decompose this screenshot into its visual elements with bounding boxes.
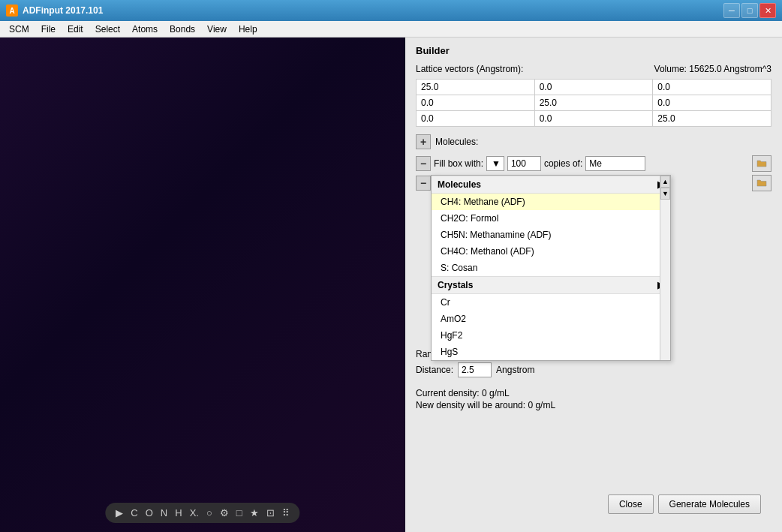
lattice-r1c3[interactable] xyxy=(657,82,766,92)
fill-row-1: − Fill box with: ▼ copies of: xyxy=(416,155,771,172)
lattice-r1c2[interactable] xyxy=(540,82,648,92)
lattice-row-3 xyxy=(417,111,771,127)
distance-row: Distance: Angstrom xyxy=(416,362,771,377)
angstrom-label: Angstrom xyxy=(496,365,534,375)
dropdown-item-hgs[interactable]: HgS xyxy=(432,344,670,360)
current-density-label: Current density: 0 g/mL xyxy=(416,388,771,398)
copies-of-label: copies of: xyxy=(544,158,582,169)
maximize-button[interactable]: □ xyxy=(741,3,758,18)
dropdown-scrollbar[interactable]: ▲ ▼ xyxy=(660,176,670,360)
lattice-r2c3[interactable] xyxy=(657,98,766,108)
folder-button-1[interactable] xyxy=(752,155,771,172)
c-icon[interactable]: C xyxy=(131,507,137,518)
molecule-dropdown: Molecules ▶ CH4: Methane (ADF) CH2O: For… xyxy=(431,175,671,361)
new-density-label: New density will be around: 0 g/mL xyxy=(416,400,771,410)
dropdown-arrow-icon: ▼ xyxy=(492,158,501,169)
menu-scm[interactable]: SCM xyxy=(3,23,35,36)
window-title: ADFinput 2017.101 xyxy=(23,5,103,16)
dropdown-item-cr[interactable]: Cr xyxy=(432,294,670,311)
title-bar-left: A ADFinput 2017.101 xyxy=(6,5,103,17)
copies-input[interactable] xyxy=(507,156,541,171)
menu-file[interactable]: File xyxy=(35,23,62,36)
scrollbar-down-button[interactable]: ▼ xyxy=(660,188,670,200)
menu-view[interactable]: View xyxy=(201,23,233,36)
lattice-r1c1[interactable] xyxy=(421,82,530,92)
lattice-row-2 xyxy=(417,95,771,111)
lattice-r2c2[interactable] xyxy=(540,98,648,108)
menu-bonds[interactable]: Bonds xyxy=(164,23,201,36)
dropdown-item-hgf2[interactable]: HgF2 xyxy=(432,327,670,344)
lattice-r2c1[interactable] xyxy=(421,98,530,108)
menu-help[interactable]: Help xyxy=(233,23,263,36)
crystals-section-label: Crystals xyxy=(438,280,473,290)
density-section: Current density: 0 g/mL New density will… xyxy=(416,388,771,410)
menu-atoms[interactable]: Atoms xyxy=(126,23,164,36)
lattice-row-1 xyxy=(417,80,771,95)
distance-label: Distance: xyxy=(416,365,453,375)
distance-input[interactable] xyxy=(458,362,492,377)
x-icon[interactable]: X. xyxy=(190,507,199,518)
star-icon[interactable]: ★ xyxy=(250,507,259,518)
remove-fill-button[interactable]: − xyxy=(416,156,431,171)
lattice-r3c2[interactable] xyxy=(540,113,648,124)
minimize-button[interactable]: ─ xyxy=(723,3,740,18)
menu-bar: SCM File Edit Select Atoms Bonds View He… xyxy=(0,21,782,38)
dropdown-item-ch5n[interactable]: CH5N: Methanamine (ADF) xyxy=(432,227,670,243)
molecules-section-label: Molecules xyxy=(438,179,481,190)
volume-label: Volume: 15625.0 Angstrom^3 xyxy=(654,64,771,74)
gear-icon[interactable]: ⚙ xyxy=(220,507,229,518)
fill-label: Fill box with: xyxy=(434,158,483,169)
fill-row-2-wrapper: − Fill b Molecules ▶ xyxy=(416,175,771,191)
molecules-row: + Molecules: xyxy=(416,134,771,149)
molecules-label: Molecules: xyxy=(435,137,478,147)
menu-select[interactable]: Select xyxy=(89,23,126,36)
play-icon[interactable]: ▶ xyxy=(116,507,123,518)
menu-edit[interactable]: Edit xyxy=(62,23,89,36)
close-button[interactable]: Close xyxy=(608,494,654,514)
viewport-toolbar: ▶ C O N H X. ○ ⚙ □ ★ ⊡ ⠿ xyxy=(105,503,299,523)
n-icon[interactable]: N xyxy=(161,507,167,518)
dropdown-item-ch4o[interactable]: CH4O: Methanol (ADF) xyxy=(432,243,670,260)
lattice-r3c3[interactable] xyxy=(657,113,766,124)
generate-button[interactable]: Generate Molecules xyxy=(658,494,761,514)
grid-icon[interactable]: ⊡ xyxy=(266,507,275,518)
dots-icon[interactable]: ⠿ xyxy=(282,507,290,518)
scrollbar-up-button[interactable]: ▲ xyxy=(660,176,670,188)
3d-viewport: ▶ C O N H X. ○ ⚙ □ ★ ⊡ ⠿ xyxy=(0,38,405,532)
app-icon: A xyxy=(6,5,18,17)
dropdown-item-ch2o[interactable]: CH2O: Formol xyxy=(432,210,670,227)
lattice-table xyxy=(416,79,771,127)
fill-type-dropdown[interactable]: ▼ xyxy=(486,156,504,171)
window-controls: ─ □ ✕ xyxy=(723,3,776,18)
o-icon[interactable]: O xyxy=(146,507,153,518)
right-panel-inner: Builder Lattice vectors (Angstrom): Volu… xyxy=(416,45,771,524)
molecule-name-input[interactable] xyxy=(585,156,645,171)
title-bar: A ADFinput 2017.101 ─ □ ✕ xyxy=(0,0,782,21)
lattice-r3c1[interactable] xyxy=(421,113,530,124)
lattice-label: Lattice vectors (Angstrom): xyxy=(416,64,523,74)
builder-title: Builder xyxy=(416,45,771,56)
molecules-section-header[interactable]: Molecules ▶ xyxy=(432,176,670,194)
add-molecule-button[interactable]: + xyxy=(416,134,431,149)
crystals-section-header[interactable]: Crystals ▶ xyxy=(432,276,670,294)
square-icon[interactable]: □ xyxy=(236,507,242,518)
bottom-buttons: Close Generate Molecules xyxy=(608,494,761,514)
lattice-section-label: Lattice vectors (Angstrom): Volume: 1562… xyxy=(416,64,771,74)
folder-button-2[interactable] xyxy=(752,175,771,191)
close-window-button[interactable]: ✕ xyxy=(759,3,776,18)
main-layout: ▶ C O N H X. ○ ⚙ □ ★ ⊡ ⠿ Builder Lattice… xyxy=(0,38,782,532)
circle-icon[interactable]: ○ xyxy=(206,507,212,518)
remove-fill-button-2[interactable]: − xyxy=(416,176,431,191)
h-icon[interactable]: H xyxy=(175,507,182,518)
dropdown-item-ch4[interactable]: CH4: Methane (ADF) xyxy=(432,194,670,210)
dropdown-item-amo2[interactable]: AmO2 xyxy=(432,311,670,327)
dropdown-item-cosan[interactable]: S: Cosan xyxy=(432,260,670,276)
right-panel: Builder Lattice vectors (Angstrom): Volu… xyxy=(405,38,782,532)
